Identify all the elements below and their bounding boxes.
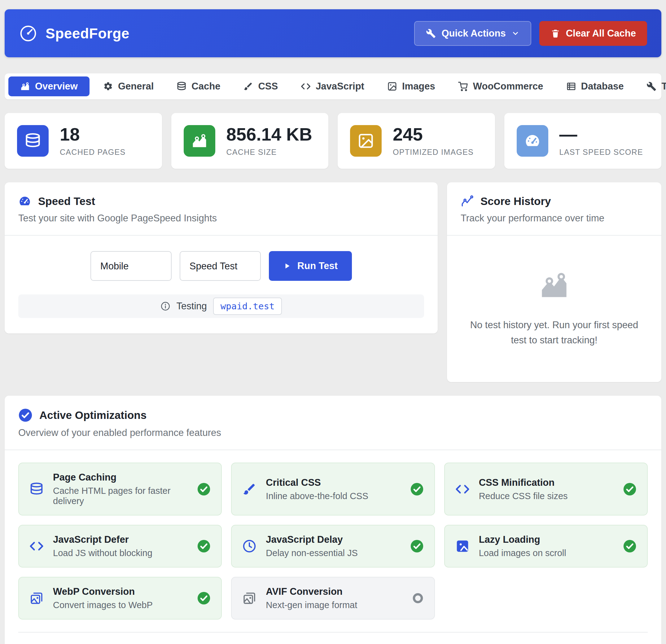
optimization-webp-conversion: WebP Conversion Convert images to WebP	[18, 577, 222, 620]
optimization-page-caching: Page Caching Cache HTML pages for faster…	[18, 463, 222, 516]
enabled-check-icon	[410, 539, 424, 553]
stat-card-optimized-images: 245 OPTIMIZED IMAGES	[338, 113, 495, 169]
cart-icon	[458, 82, 468, 91]
stat-label: OPTIMIZED IMAGES	[393, 148, 474, 157]
chart-icon	[184, 125, 215, 157]
optimizations-footer: 7 of 8 optimizations enabled	[18, 632, 648, 644]
stat-card-cache-size: 856.14 KB CACHE SIZE	[171, 113, 329, 169]
database-icon	[30, 482, 44, 496]
speed-test-title: Speed Test	[38, 195, 95, 208]
optimization-avif-conversion: AVIF Conversion Next-gen image format	[231, 577, 435, 620]
optimizations-grid: Page Caching Cache HTML pages for faster…	[5, 450, 661, 632]
optimization-lazy-loading: Lazy Loading Load images on scroll	[444, 525, 648, 568]
optimization-critical-css: Critical CSS Inline above-the-fold CSS	[231, 463, 435, 516]
tab-css[interactable]: CSS	[234, 76, 287, 96]
image-icon	[387, 82, 397, 91]
optimizations-subtitle: Overview of your enabled performance fea…	[18, 427, 648, 439]
optimization-javascript-defer: JavaScript Defer Load JS without blockin…	[18, 525, 222, 568]
tab-cache[interactable]: Cache	[167, 76, 230, 96]
images-stack-icon	[30, 591, 44, 605]
test-type-select[interactable]: Speed Test	[180, 251, 261, 281]
stat-label: CACHE SIZE	[226, 148, 312, 157]
tab-images[interactable]: Images	[378, 76, 444, 96]
enabled-check-icon	[410, 482, 424, 496]
clock-icon	[242, 539, 257, 553]
testing-domain-badge: wpaid.test	[213, 298, 282, 315]
images-stack-icon	[242, 591, 257, 605]
score-history-panel: Score History Track your performance ove…	[447, 182, 661, 382]
optimization-css-minification: CSS Minification Reduce CSS file sizes	[444, 463, 648, 516]
stat-label: CACHED PAGES	[60, 148, 125, 157]
database-icon	[17, 125, 49, 157]
enabled-check-icon	[197, 482, 211, 496]
speed-test-panel: Speed Test Test your site with Google Pa…	[5, 182, 438, 334]
testing-info-bar: Testing wpaid.test	[18, 294, 424, 318]
clear-all-cache-label: Clear All Cache	[566, 28, 636, 39]
quick-actions-button[interactable]: Quick Actions	[414, 21, 531, 46]
tab-database[interactable]: Database	[557, 76, 633, 96]
quick-actions-label: Quick Actions	[441, 28, 506, 39]
enabled-check-icon	[197, 539, 211, 553]
chart-icon	[20, 82, 30, 91]
stat-value: 18	[60, 125, 125, 144]
tab-woocommerce[interactable]: WooCommerce	[449, 76, 553, 96]
stats-row: 18 CACHED PAGES 856.14 KB CACHE SIZE 245…	[5, 113, 661, 169]
wrench-icon	[647, 82, 656, 91]
gear-icon	[103, 82, 113, 91]
enabled-check-icon	[623, 539, 636, 553]
stat-value: 245	[393, 125, 474, 144]
speed-test-subtitle: Test your site with Google PageSpeed Ins…	[18, 213, 424, 224]
active-optimizations-panel: Active Optimizations Overview of your en…	[5, 396, 661, 644]
enabled-check-icon	[623, 482, 636, 496]
code-icon	[301, 82, 311, 91]
disabled-ring-icon	[412, 592, 424, 604]
check-circle-icon	[18, 408, 33, 422]
app-header: SpeedForge Quick Actions Clear All Cache	[5, 9, 661, 57]
score-history-empty-state: No test history yet. Run your first spee…	[447, 236, 661, 382]
image-icon	[350, 125, 382, 157]
tab-general[interactable]: General	[94, 76, 163, 96]
score-history-title: Score History	[480, 195, 551, 208]
score-history-subtitle: Track your performance over time	[461, 213, 648, 224]
clear-all-cache-button[interactable]: Clear All Cache	[539, 21, 647, 46]
header-actions: Quick Actions Clear All Cache	[414, 21, 647, 46]
brush-icon	[243, 82, 253, 91]
line-chart-icon	[461, 195, 474, 208]
optimizations-title: Active Optimizations	[39, 409, 146, 422]
code-icon	[455, 482, 470, 496]
speedometer-logo-icon	[19, 24, 37, 43]
table-icon	[566, 82, 576, 91]
stat-label: LAST SPEED SCORE	[559, 148, 643, 157]
optimization-javascript-delay: JavaScript Delay Delay non-essential JS	[231, 525, 435, 568]
chart-placeholder-icon	[539, 270, 569, 301]
gauge-icon	[517, 125, 548, 157]
enabled-check-icon	[197, 591, 211, 605]
stat-card-cached-pages: 18 CACHED PAGES	[5, 113, 162, 169]
tab-tools[interactable]: Tools	[637, 76, 666, 96]
app-title: SpeedForge	[46, 25, 129, 42]
info-icon	[160, 301, 170, 311]
play-icon	[283, 262, 291, 270]
chevron-down-icon	[511, 30, 520, 37]
empty-state-message: No test history yet. Run your first spee…	[467, 318, 642, 347]
wrench-icon	[426, 29, 436, 38]
speedometer-icon	[18, 195, 31, 208]
stat-card-last-speed-score: — LAST SPEED SCORE	[504, 113, 662, 169]
main-content: Speed Test Test your site with Google Pa…	[5, 182, 661, 382]
tab-javascript[interactable]: JavaScript	[292, 76, 373, 96]
trash-icon	[550, 29, 560, 38]
database-icon	[177, 82, 187, 91]
stat-value: —	[559, 125, 643, 144]
device-select[interactable]: Mobile	[90, 251, 172, 281]
stat-value: 856.14 KB	[226, 125, 312, 144]
brush-icon	[242, 482, 257, 496]
tab-bar: Overview General Cache CSS JavaScript Im…	[5, 73, 661, 100]
testing-label: Testing	[177, 301, 207, 312]
image-filled-icon	[455, 539, 470, 553]
run-test-button[interactable]: Run Test	[269, 251, 352, 281]
code-icon	[30, 539, 44, 553]
tab-overview[interactable]: Overview	[8, 76, 89, 96]
